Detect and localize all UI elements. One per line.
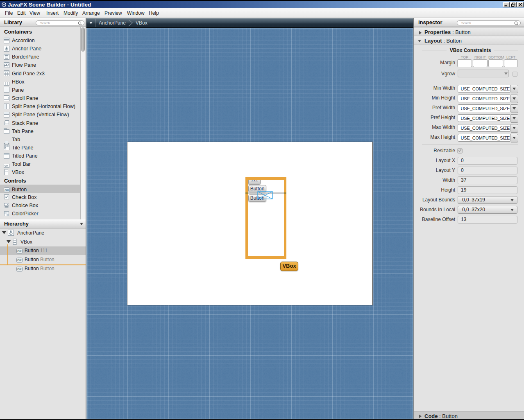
svg-text:OK: OK	[17, 259, 22, 262]
svg-text:OK: OK	[5, 189, 9, 192]
svg-text:OK: OK	[17, 250, 22, 253]
svg-text:OK: OK	[17, 268, 22, 271]
